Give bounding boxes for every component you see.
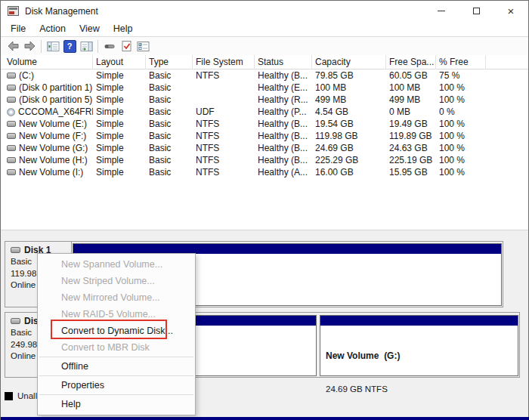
cell-volume: CCCOMA_X64FRE... [4,107,93,117]
cell-status: Healthy (E... [255,82,312,93]
column-header-capacity[interactable]: Capacity [312,55,386,69]
context-menu-item-help[interactable]: Help [38,396,195,412]
column-header-volume[interactable]: Volume [4,55,93,69]
cell-fs: NTFS [193,131,255,141]
cell-type: Basic [146,143,193,153]
disk-management-window: Disk Management × FileActionViewHelp ? [0,0,529,420]
cell-status: Healthy (B... [255,131,312,141]
disk2-partition-g[interactable]: New Volume (G:) 24.69 GB NTFS Healthy (B… [320,315,518,376]
disk-management-app-icon [8,6,19,16]
cell-layout: Simple [93,143,146,153]
tool-icon[interactable] [101,39,118,54]
drive-icon [7,169,16,175]
partition-header-strip [320,316,518,326]
cell-pct: 100 % [436,94,486,105]
cell-free: 119.89 GB [386,131,436,141]
cell-layout: Simple [93,155,146,165]
cell-fs: NTFS [193,119,255,129]
cell-layout: Simple [93,107,146,117]
column-header-layout[interactable]: Layout [93,55,146,69]
maximize-button[interactable] [459,1,493,21]
drive-icon [7,97,16,103]
cell-pct: 75 % [436,70,486,81]
cell-free: 499 MB [386,94,436,105]
pane-splitter[interactable] [1,230,528,236]
column-header-free[interactable]: % Free [436,55,486,69]
close-button[interactable]: × [493,1,528,21]
cell-capacity: 100 MB [312,82,386,93]
minimize-button[interactable] [424,1,459,21]
cell-status: Healthy (B... [255,155,312,165]
volume-row-cccoma-x64fre[interactable]: CCCOMA_X64FRE...SimpleBasicUDFHealthy (P… [1,106,528,118]
menu-separator [39,394,193,395]
drive-icon [7,85,16,91]
cell-type: Basic [146,119,193,129]
volume-row-disk-0-partition-1[interactable]: (Disk 0 partition 1)SimpleBasicHealthy (… [1,82,528,94]
help-icon[interactable]: ? [61,39,78,54]
column-header-type[interactable]: Type [146,55,193,69]
volume-row-c[interactable]: (C:)SimpleBasicNTFSHealthy (B...79.85 GB… [1,69,528,82]
column-header-status[interactable]: Status [255,55,312,69]
column-header-file-system[interactable]: File System [193,55,255,69]
context-menu-item-new-striped-volume: New Striped Volume... [38,273,195,289]
cell-capacity: 79.85 GB [312,70,386,81]
cell-status: Healthy (P... [255,107,312,117]
cell-volume: (C:) [4,70,93,81]
volume-row-new-volume-f[interactable]: New Volume (F:)SimpleBasicNTFSHealthy (B… [1,130,528,142]
console-tree-icon[interactable] [45,39,61,54]
forward-icon[interactable] [21,39,38,54]
context-menu-item-properties[interactable]: Properties [38,377,195,394]
cell-type: Basic [146,155,193,165]
cell-fs: NTFS [193,70,255,81]
volume-row-disk-0-partition-5[interactable]: (Disk 0 partition 5)SimpleBasicHealthy (… [1,94,528,106]
highlight-box [51,320,167,339]
context-menu-item-convert-to-mbr-disk: Convert to MBR Disk [38,339,195,356]
cell-free: 0 MB [386,107,436,117]
partition-strip-bottom-edge [1,417,529,420]
drive-icon [7,133,16,139]
volume-row-new-volume-g[interactable]: New Volume (G:)SimpleBasicNTFSHealthy (B… [1,142,528,154]
volume-row-new-volume-i[interactable]: New Volume (I:)SimpleBasicNTFSHealthy (A… [1,166,528,178]
checkmark-document-icon[interactable] [118,39,135,54]
cell-status: Healthy (B... [255,119,312,129]
menu-action[interactable]: Action [32,22,73,36]
menu-view[interactable]: View [73,22,107,36]
context-menu-item-offline[interactable]: Offline [38,358,195,375]
cell-capacity: 16.00 GB [312,167,386,178]
cell-fs: NTFS [193,155,255,165]
menu-help[interactable]: Help [107,22,140,36]
column-header-free-spa[interactable]: Free Spa... [386,55,436,69]
cell-layout: Simple [93,119,146,129]
cell-status: Healthy (A... [255,167,312,178]
back-icon[interactable] [5,39,21,54]
cell-pct: 100 % [436,155,486,165]
cell-pct: 100 % [436,119,486,129]
cell-free: 19.49 GB [386,119,436,129]
cell-free: 100 MB [386,82,436,93]
toolbar-separator [41,40,42,53]
cell-fs: UDF [193,107,255,117]
cell-capacity: 499 MB [312,94,386,105]
drive-icon [7,145,16,151]
cell-type: Basic [146,94,193,105]
volume-row-new-volume-h[interactable]: New Volume (H:)SimpleBasicNTFSHealthy (B… [1,154,528,166]
maximize-icon [473,8,480,14]
checklist-icon[interactable] [135,39,151,54]
cell-capacity: 19.54 GB [312,119,386,129]
cell-layout: Simple [93,70,146,81]
menu-file[interactable]: File [4,22,32,36]
cd-icon [7,108,15,116]
cell-free: 60.05 GB [386,70,436,81]
volume-row-new-volume-e[interactable]: New Volume (E:)SimpleBasicNTFSHealthy (B… [1,118,528,130]
cell-pct: 0 % [436,107,486,117]
context-menu-item-new-spanned-volume: New Spanned Volume... [38,256,195,273]
action-pane-icon[interactable] [78,39,94,54]
minimize-icon [438,11,445,11]
cell-free: 24.63 GB [386,143,436,153]
cell-layout: Simple [93,167,146,178]
cell-capacity: 24.69 GB [312,143,386,153]
cell-pct: 100 % [436,82,486,93]
cell-volume: New Volume (E:) [4,119,93,129]
partition-size: 24.69 GB NTFS [326,384,518,395]
cell-status: Healthy (B... [255,70,312,81]
